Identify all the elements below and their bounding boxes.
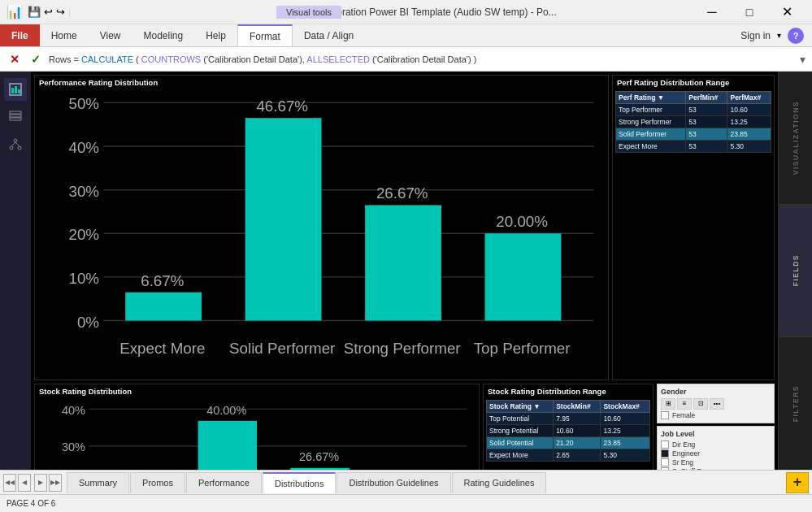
gender-female-item[interactable]: Female bbox=[661, 411, 771, 419]
tab-data-align[interactable]: Data / Align bbox=[293, 24, 365, 46]
ribbon-tools-label: Visual tools bbox=[276, 6, 341, 19]
tab-summary[interactable]: Summary bbox=[67, 472, 129, 493]
page-indicator: PAGE 4 OF 6 bbox=[7, 499, 55, 508]
stock-rating-dist-chart[interactable]: Stock Rating Distribution 0% 10% 20% bbox=[34, 384, 480, 471]
tab-nav-end[interactable]: ▶▶ bbox=[49, 474, 62, 492]
table-row: Strong Performer 53 13.25 bbox=[616, 116, 771, 128]
filter-toolbar-card[interactable]: ⊡ bbox=[693, 398, 708, 410]
svg-text:50%: 50% bbox=[69, 95, 100, 112]
perf-col-rating: Perf Rating ▼ bbox=[616, 92, 686, 104]
svg-text:46.67%: 46.67% bbox=[256, 98, 308, 115]
tab-rating-guidelines[interactable]: Rating Guidelines bbox=[452, 472, 547, 493]
filter-panel: Gender ⊞ ≡ ⊡ ••• Female Job Level bbox=[657, 384, 775, 471]
filter-toolbar-table[interactable]: ≡ bbox=[677, 398, 692, 410]
svg-text:26.67%: 26.67% bbox=[376, 184, 428, 202]
redo-button[interactable]: ↪ bbox=[56, 6, 65, 18]
table-row: Expect More 2.65 5.30 bbox=[487, 449, 650, 461]
maximize-button[interactable]: □ bbox=[731, 0, 768, 24]
help-button[interactable]: ? bbox=[788, 28, 804, 44]
tab-help[interactable]: Help bbox=[194, 24, 237, 46]
tab-dist-guidelines[interactable]: Distribution Guidelines bbox=[337, 472, 450, 493]
left-icon-sidebar bbox=[0, 72, 31, 470]
filter-toolbar-focus[interactable]: ⊞ bbox=[661, 398, 675, 410]
table-row: Solid Potential 21.20 23.85 bbox=[487, 436, 650, 449]
stock-rating-dist-title: Stock Rating Distribution bbox=[35, 384, 479, 398]
svg-text:Solid Performer: Solid Performer bbox=[229, 340, 335, 357]
gender-female-checkbox[interactable] bbox=[661, 411, 669, 419]
formula-expand-button[interactable]: ▾ bbox=[800, 53, 805, 66]
app-icon: 📊 bbox=[7, 4, 23, 20]
filters-tab[interactable]: FILTERS bbox=[779, 337, 812, 470]
tab-distributions[interactable]: Distributions bbox=[263, 472, 337, 493]
svg-rect-2 bbox=[15, 86, 17, 93]
svg-rect-30 bbox=[485, 233, 562, 320]
svg-rect-3 bbox=[18, 89, 20, 93]
tab-nav-back[interactable]: ◀ bbox=[18, 474, 31, 492]
title-bar-text: Workday Calibration Power BI Template (A… bbox=[77, 7, 693, 18]
stock-col-min: StockMin# bbox=[554, 400, 601, 412]
stock-rating-range-table: Stock Rating Distribution Range Stock Ra… bbox=[483, 384, 654, 471]
sidebar-icon-model[interactable] bbox=[4, 133, 27, 156]
job-level-filter-title: Job Level bbox=[661, 430, 771, 438]
job-sr-eng[interactable]: Sr Eng bbox=[661, 458, 771, 466]
tab-format[interactable]: Format bbox=[237, 24, 293, 46]
tab-promos[interactable]: Promos bbox=[130, 472, 185, 493]
save-button[interactable]: 💾 bbox=[28, 6, 41, 18]
sidebar-icon-report[interactable] bbox=[4, 78, 27, 101]
filter-toolbar-more[interactable]: ••• bbox=[710, 398, 724, 410]
svg-text:10%: 10% bbox=[69, 270, 100, 287]
svg-text:20.00%: 20.00% bbox=[496, 213, 548, 230]
fields-tab[interactable]: FIELDS bbox=[779, 205, 812, 338]
table-row: Strong Potential 10.60 13.25 bbox=[487, 424, 650, 436]
tab-home[interactable]: Home bbox=[40, 24, 89, 46]
window-controls: ─ □ ✕ bbox=[693, 0, 805, 24]
svg-text:40%: 40% bbox=[69, 139, 100, 156]
svg-text:40%: 40% bbox=[62, 403, 85, 416]
close-button[interactable]: ✕ bbox=[768, 0, 805, 24]
table-row: Top Potential 7.95 10.60 bbox=[487, 412, 650, 424]
svg-text:0%: 0% bbox=[77, 314, 99, 331]
undo-button[interactable]: ↩ bbox=[44, 6, 53, 18]
svg-text:Expect More: Expect More bbox=[119, 340, 205, 357]
job-level-filter: Job Level Dir Eng Engineer Sr Eng bbox=[657, 426, 775, 471]
tab-file[interactable]: File bbox=[0, 24, 40, 46]
svg-rect-50 bbox=[290, 467, 349, 470]
job-dir-eng[interactable]: Dir Eng bbox=[661, 440, 771, 449]
viz-tab[interactable]: VISUALIZATIONS bbox=[779, 72, 812, 205]
tab-nav-fwd[interactable]: ▶ bbox=[34, 474, 47, 492]
add-tab-button[interactable]: + bbox=[786, 472, 809, 493]
charts-area: Performance Rating Distribution 0% 10% bbox=[31, 72, 778, 470]
svg-text:30%: 30% bbox=[62, 440, 85, 453]
gender-filter-title: Gender bbox=[661, 388, 771, 396]
sidebar-icon-data[interactable] bbox=[4, 106, 27, 128]
tab-view[interactable]: View bbox=[89, 24, 132, 46]
stock-col-max: StockMax# bbox=[601, 400, 650, 412]
svg-line-11 bbox=[15, 142, 20, 146]
tab-nav-prev[interactable]: ◀◀ bbox=[3, 474, 16, 492]
svg-line-10 bbox=[11, 142, 15, 146]
perf-rating-range-title: Perf Rating Distribution Range bbox=[613, 76, 774, 89]
minimize-button[interactable]: ─ bbox=[693, 0, 731, 24]
formula-bar-content: Rows = CALCULATE ( COUNTROWS ('Calibrati… bbox=[49, 54, 795, 64]
svg-point-8 bbox=[10, 146, 13, 150]
formula-cancel-icon[interactable]: ✕ bbox=[7, 53, 23, 66]
dropdown-arrow[interactable]: ▾ bbox=[777, 31, 781, 40]
quick-access-toolbar: 💾 ↩ ↪ | bbox=[28, 6, 71, 18]
job-sr-staff-eng[interactable]: Sr Staff Eng bbox=[661, 467, 771, 471]
right-panel: VISUALIZATIONS FIELDS FILTERS bbox=[778, 72, 812, 470]
svg-rect-24 bbox=[125, 293, 202, 321]
tab-performance[interactable]: Performance bbox=[186, 472, 262, 493]
svg-text:6.67%: 6.67% bbox=[141, 272, 184, 289]
svg-text:26.67%: 26.67% bbox=[299, 450, 339, 463]
formula-accept-icon[interactable]: ✓ bbox=[28, 53, 44, 66]
svg-rect-4 bbox=[10, 111, 21, 114]
svg-text:Strong Performer: Strong Performer bbox=[344, 340, 461, 357]
gender-filter: Gender ⊞ ≡ ⊡ ••• Female bbox=[657, 384, 775, 423]
perf-rating-dist-chart[interactable]: Performance Rating Distribution 0% 10% bbox=[34, 75, 609, 380]
svg-point-9 bbox=[18, 146, 21, 150]
tab-modeling[interactable]: Modeling bbox=[132, 24, 194, 46]
perf-rating-range-table: Perf Rating Distribution Range Perf Rati… bbox=[612, 75, 775, 380]
signin-button[interactable]: Sign in bbox=[740, 30, 771, 41]
job-engineer[interactable]: Engineer bbox=[661, 449, 771, 458]
svg-rect-6 bbox=[10, 118, 21, 120]
